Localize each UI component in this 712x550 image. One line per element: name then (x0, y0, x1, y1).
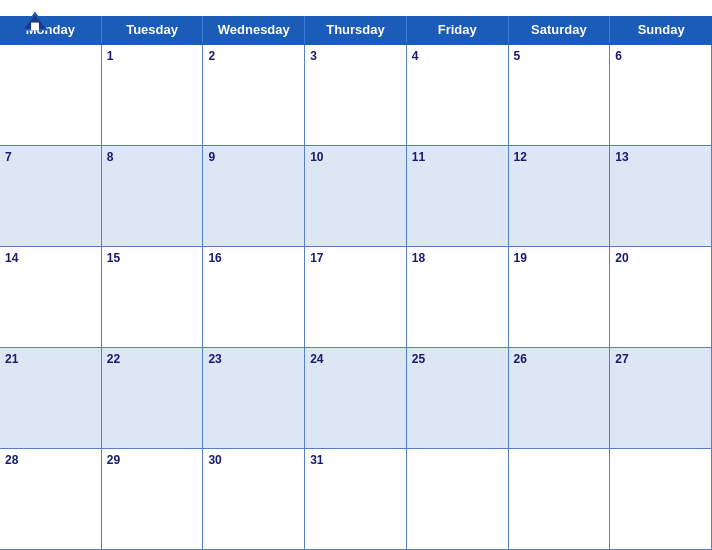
logo (20, 10, 52, 32)
day-cell-24: 24 (305, 348, 407, 449)
day-number: 21 (5, 352, 18, 366)
day-cell-5: 5 (509, 45, 611, 146)
day-cell-2: 2 (203, 45, 305, 146)
day-number: 15 (107, 251, 120, 265)
day-number: 18 (412, 251, 425, 265)
day-number: 26 (514, 352, 527, 366)
day-cell-8: 8 (102, 146, 204, 247)
week-row-4: 21222324252627 (0, 348, 712, 449)
logo-icon (20, 10, 50, 32)
day-cell-6: 6 (610, 45, 712, 146)
day-number: 4 (412, 49, 419, 63)
day-number: 7 (5, 150, 12, 164)
day-cell-20: 20 (610, 247, 712, 348)
week-row-5: 28293031 (0, 449, 712, 550)
calendar-header (0, 0, 712, 16)
day-cell-28: 28 (0, 449, 102, 550)
day-number: 19 (514, 251, 527, 265)
day-cell-13: 13 (610, 146, 712, 247)
day-cell-26: 26 (509, 348, 611, 449)
day-number: 22 (107, 352, 120, 366)
day-number: 24 (310, 352, 323, 366)
day-cell-27: 27 (610, 348, 712, 449)
day-cell-4: 4 (407, 45, 509, 146)
day-cell-3: 3 (305, 45, 407, 146)
day-cell-25: 25 (407, 348, 509, 449)
day-number: 29 (107, 453, 120, 467)
day-number: 2 (208, 49, 215, 63)
day-cell-12: 12 (509, 146, 611, 247)
calendar-grid: 1234567891011121314151617181920212223242… (0, 43, 712, 550)
day-cell-7: 7 (0, 146, 102, 247)
day-number: 6 (615, 49, 622, 63)
day-number: 13 (615, 150, 628, 164)
day-cell-empty (509, 449, 611, 550)
week-row-3: 14151617181920 (0, 247, 712, 348)
day-cell-23: 23 (203, 348, 305, 449)
day-number: 3 (310, 49, 317, 63)
week-row-1: 123456 (0, 45, 712, 146)
day-header-wednesday: Wednesday (203, 16, 305, 43)
day-number: 27 (615, 352, 628, 366)
days-header: MondayTuesdayWednesdayThursdayFridaySatu… (0, 16, 712, 43)
day-cell-31: 31 (305, 449, 407, 550)
day-number: 20 (615, 251, 628, 265)
day-cell-19: 19 (509, 247, 611, 348)
day-header-saturday: Saturday (509, 16, 611, 43)
day-cell-22: 22 (102, 348, 204, 449)
day-number: 14 (5, 251, 18, 265)
day-number: 1 (107, 49, 114, 63)
day-number: 12 (514, 150, 527, 164)
day-number: 10 (310, 150, 323, 164)
day-cell-17: 17 (305, 247, 407, 348)
day-number: 11 (412, 150, 425, 164)
week-row-2: 78910111213 (0, 146, 712, 247)
day-cell-11: 11 (407, 146, 509, 247)
day-cell-9: 9 (203, 146, 305, 247)
day-cell-10: 10 (305, 146, 407, 247)
day-number: 16 (208, 251, 221, 265)
day-number: 30 (208, 453, 221, 467)
day-number: 23 (208, 352, 221, 366)
day-number: 25 (412, 352, 425, 366)
day-header-thursday: Thursday (305, 16, 407, 43)
day-cell-21: 21 (0, 348, 102, 449)
day-cell-18: 18 (407, 247, 509, 348)
day-header-friday: Friday (407, 16, 509, 43)
day-header-tuesday: Tuesday (102, 16, 204, 43)
day-number: 31 (310, 453, 323, 467)
day-number: 17 (310, 251, 323, 265)
day-cell-1: 1 (102, 45, 204, 146)
day-number: 28 (5, 453, 18, 467)
day-cell-15: 15 (102, 247, 204, 348)
day-number: 5 (514, 49, 521, 63)
day-cell-14: 14 (0, 247, 102, 348)
day-number: 8 (107, 150, 114, 164)
day-number: 9 (208, 150, 215, 164)
day-cell-16: 16 (203, 247, 305, 348)
svg-rect-2 (31, 23, 39, 31)
day-header-sunday: Sunday (610, 16, 712, 43)
calendar: MondayTuesdayWednesdayThursdayFridaySatu… (0, 0, 712, 550)
day-cell-empty (0, 45, 102, 146)
day-cell-empty (407, 449, 509, 550)
day-cell-29: 29 (102, 449, 204, 550)
day-cell-30: 30 (203, 449, 305, 550)
day-cell-empty (610, 449, 712, 550)
